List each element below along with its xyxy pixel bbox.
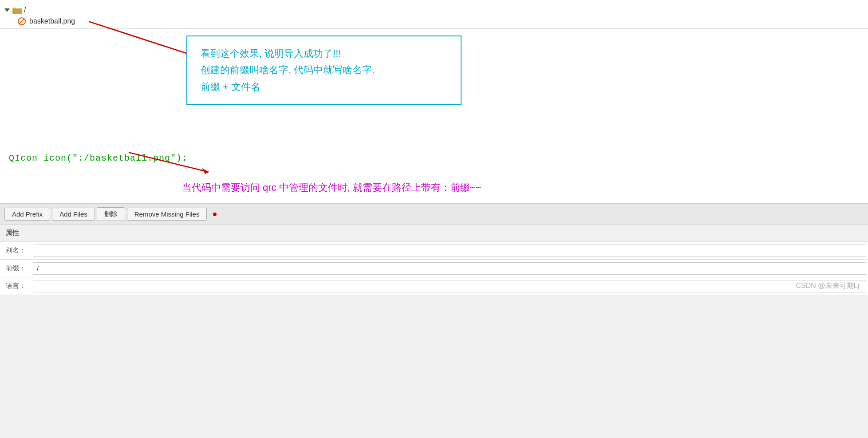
- upper-area: / basketball.png 看到这个效果, 说明导入成功了!!! 创建的前…: [0, 0, 868, 203]
- code-line: QIcon icon(":/basketball.png");: [4, 153, 864, 163]
- prefix-row: 前缀：: [0, 260, 868, 277]
- language-input[interactable]: [33, 280, 866, 292]
- svg-rect-2: [12, 8, 16, 9]
- alias-row: 别名：: [0, 242, 868, 260]
- properties-section: 属性 别名： 前缀： 语言：: [0, 225, 868, 295]
- add-prefix-button[interactable]: Add Prefix: [4, 208, 50, 221]
- red-dot-indicator: [213, 213, 217, 216]
- tree-file-name: basketball.png: [29, 17, 75, 25]
- code-section: QIcon icon(":/basketball.png");: [0, 144, 868, 168]
- info-box: 看到这个效果, 说明导入成功了!!! 创建的前缀叫啥名字, 代码中就写啥名字. …: [186, 36, 462, 105]
- tree-expand-icon[interactable]: [4, 8, 10, 12]
- info-line2: 创建的前缀叫啥名字, 代码中就写啥名字.: [201, 62, 447, 78]
- file-tree-area: / basketball.png: [0, 3, 868, 29]
- alias-input[interactable]: [33, 245, 866, 257]
- remove-missing-files-button[interactable]: Remove Missing Files: [127, 208, 207, 221]
- prefix-input[interactable]: [33, 262, 866, 275]
- no-entry-icon: [18, 17, 26, 25]
- properties-header: 属性: [0, 225, 868, 242]
- annotation-text: 当代码中需要访问 qrc 中管理的文件时, 就需要在路径上带有：前缀~~: [4, 181, 864, 194]
- prefix-label: 前缀：: [0, 260, 31, 276]
- add-files-button[interactable]: Add Files: [52, 208, 95, 221]
- info-line1: 看到这个效果, 说明导入成功了!!!: [201, 45, 447, 62]
- tree-root-row: /: [4, 4, 864, 16]
- folder-icon: [12, 6, 22, 14]
- tree-child-row[interactable]: basketball.png: [4, 16, 864, 27]
- toolbar: Add Prefix Add Files 删除 Remove Missing F…: [0, 203, 868, 225]
- tree-root-label: /: [24, 6, 26, 14]
- watermark: CSDN @未来可期Lj: [796, 281, 859, 291]
- annotation-section: 当代码中需要访问 qrc 中管理的文件时, 就需要在路径上带有：前缀~~: [0, 168, 868, 203]
- delete-button[interactable]: 删除: [97, 207, 125, 221]
- alias-label: 别名：: [0, 243, 31, 258]
- language-label: 语言：: [0, 278, 31, 294]
- info-line3: 前缀 + 文件名: [201, 79, 447, 95]
- page-wrapper: / basketball.png 看到这个效果, 说明导入成功了!!! 创建的前…: [0, 0, 868, 295]
- language-row: 语言：: [0, 277, 868, 295]
